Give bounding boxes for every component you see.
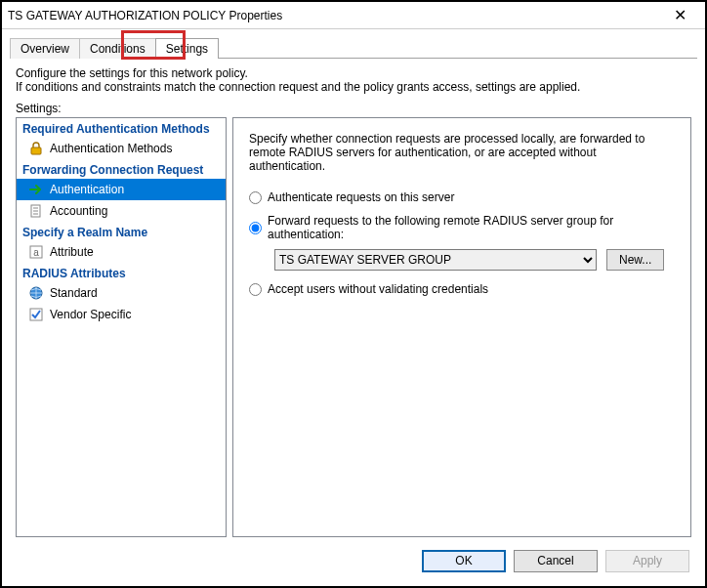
doc-icon	[28, 203, 44, 219]
panes: Required Authentication MethodsAuthentic…	[2, 117, 705, 543]
apply-button: Apply	[605, 550, 689, 572]
settings-content: Specify whether connection requests are …	[232, 117, 691, 537]
dialog-window: TS GATEWAY AUTHORIZATION POLICY Properti…	[0, 0, 707, 588]
lock-icon	[28, 141, 44, 156]
tree-item-authentication[interactable]: Authentication	[17, 179, 226, 200]
cancel-button[interactable]: Cancel	[514, 550, 598, 572]
radio-accept[interactable]	[249, 283, 262, 296]
ok-label: OK	[455, 554, 472, 567]
radio-forward-label: Forward requests to the following remote…	[268, 214, 675, 241]
svg-text:a: a	[33, 247, 39, 258]
tree-item-accounting[interactable]: Accounting	[17, 200, 226, 222]
radio-accept-label: Accept users without validating credenti…	[268, 282, 488, 296]
tree-item-attribute[interactable]: aAttribute	[17, 241, 226, 263]
radio-accept-row[interactable]: Accept users without validating credenti…	[249, 282, 675, 296]
intro-line2: If conditions and constraints match the …	[16, 80, 691, 94]
check-icon	[28, 307, 44, 322]
tree-group-header: Required Authentication Methods	[17, 118, 226, 138]
tree-item-vendor[interactable]: Vendor Specific	[17, 304, 226, 325]
window-title: TS GATEWAY AUTHORIZATION POLICY Properti…	[8, 9, 660, 22]
svg-rect-0	[31, 147, 41, 154]
cancel-label: Cancel	[537, 554, 573, 567]
intro-line1: Configure the settings for this network …	[16, 66, 691, 80]
tree-group-header: Forwarding Connection Request	[17, 159, 226, 179]
tab-settings-label: Settings	[166, 42, 208, 56]
tree-item-label: Authentication	[50, 183, 124, 196]
tree-item-label: Authentication Methods	[50, 142, 172, 155]
apply-label: Apply	[633, 554, 662, 567]
tab-strip: Overview Conditions Settings	[2, 33, 705, 59]
attr-icon: a	[28, 244, 44, 260]
new-button[interactable]: New...	[606, 249, 664, 271]
tab-conditions-label: Conditions	[90, 42, 146, 56]
radio-local-row[interactable]: Authenticate requests on this server	[249, 190, 675, 204]
tree-item-label: Standard	[50, 286, 98, 300]
radio-local[interactable]	[249, 191, 262, 204]
radio-forward[interactable]	[249, 222, 262, 234]
tree-item-auth-methods[interactable]: Authentication Methods	[17, 138, 226, 159]
tab-settings[interactable]: Settings	[155, 38, 219, 59]
tab-conditions[interactable]: Conditions	[79, 38, 156, 59]
tree-item-label: Accounting	[50, 204, 107, 218]
dialog-footer: OK Cancel Apply	[2, 543, 705, 586]
new-button-label: New...	[619, 253, 651, 267]
intro-text: Configure the settings for this network …	[2, 59, 705, 98]
tab-overview[interactable]: Overview	[10, 38, 80, 59]
close-icon[interactable]: ✕	[660, 6, 699, 24]
radio-local-label: Authenticate requests on this server	[268, 190, 454, 204]
server-group-combo[interactable]: TS GATEWAY SERVER GROUP	[274, 249, 597, 271]
tree-item-label: Attribute	[50, 245, 94, 259]
content-description: Specify whether connection requests are …	[249, 132, 675, 173]
settings-tree[interactable]: Required Authentication MethodsAuthentic…	[16, 117, 227, 537]
tree-item-label: Vendor Specific	[50, 308, 131, 321]
title-bar: TS GATEWAY AUTHORIZATION POLICY Properti…	[2, 2, 705, 29]
tree-group-header: RADIUS Attributes	[17, 263, 226, 282]
arrow-icon	[28, 182, 44, 197]
globe-icon	[28, 285, 44, 301]
tab-overview-label: Overview	[21, 42, 69, 56]
tree-item-standard[interactable]: Standard	[17, 282, 226, 304]
tree-group-header: Specify a Realm Name	[17, 222, 226, 241]
server-group-row: TS GATEWAY SERVER GROUP New...	[274, 249, 675, 271]
radio-forward-row[interactable]: Forward requests to the following remote…	[249, 214, 675, 241]
ok-button[interactable]: OK	[422, 550, 506, 572]
settings-label: Settings:	[2, 98, 705, 117]
